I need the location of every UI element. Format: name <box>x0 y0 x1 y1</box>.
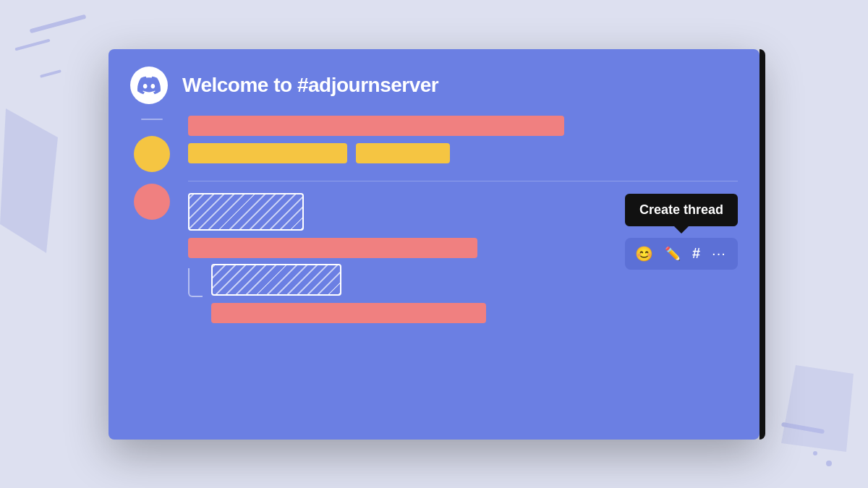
message-bar-red-2 <box>188 238 477 258</box>
channel-title: Welcome to #adjournserver <box>182 74 438 97</box>
message-bar-hatched-1 <box>188 193 304 231</box>
discord-logo-icon <box>137 74 161 97</box>
message-bar-red-1 <box>188 116 564 136</box>
message-bar-red-3 <box>211 303 486 323</box>
message-bar-yellow-2 <box>356 143 450 163</box>
deco-splash-tl <box>0 108 58 253</box>
message-bar-row <box>188 143 738 163</box>
message-bar-yellow-1 <box>188 143 347 163</box>
discord-window: Welcome to #adjournserver <box>109 49 760 440</box>
tooltip-container: Create thread 😊 ✏️ # ··· <box>625 194 738 270</box>
window-border <box>760 49 765 440</box>
left-sidebar <box>130 116 174 323</box>
more-options-button[interactable]: ··· <box>712 245 726 262</box>
deco-splash-br <box>781 365 854 452</box>
create-thread-button[interactable]: # <box>692 245 700 262</box>
avatar-2 <box>134 184 170 220</box>
window-header: Welcome to #adjournserver <box>109 49 760 116</box>
create-thread-tooltip: Create thread <box>625 194 738 226</box>
message-divider <box>188 181 738 181</box>
deco-line-2 <box>40 69 61 78</box>
emoji-reaction-button[interactable]: 😊 <box>635 245 653 262</box>
reply-block <box>188 264 738 323</box>
deco-dot-2 <box>813 451 817 455</box>
message-block-1 <box>188 116 738 163</box>
discord-logo <box>130 67 168 104</box>
reply-indicator <box>188 268 203 297</box>
deco-dot-1 <box>826 461 832 466</box>
avatar-1 <box>134 136 170 172</box>
message-action-bar[interactable]: 😊 ✏️ # ··· <box>625 238 738 270</box>
edit-message-button[interactable]: ✏️ <box>665 246 681 262</box>
sidebar-divider <box>141 119 163 120</box>
message-bar-hatched-2 <box>211 264 341 296</box>
deco-line-1 <box>14 39 50 51</box>
reply-content <box>211 264 738 323</box>
